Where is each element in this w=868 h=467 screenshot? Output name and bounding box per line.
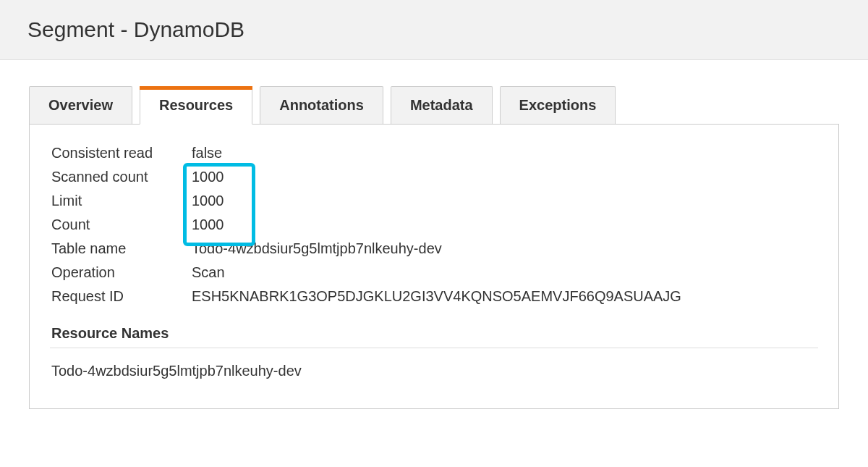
- label-count: Count: [50, 216, 186, 233]
- tab-annotations[interactable]: Annotations: [260, 86, 383, 124]
- tab-overview[interactable]: Overview: [29, 86, 132, 124]
- row-limit: Limit 1000: [50, 193, 818, 209]
- row-consistent-read: Consistent read false: [50, 145, 818, 161]
- row-request-id: Request ID ESH5KNABRK1G3OP5DJGKLU2GI3VV4…: [50, 288, 818, 305]
- page-title: Segment - DynamoDB: [27, 17, 841, 42]
- value-request-id: ESH5KNABRK1G3OP5DJGKLU2GI3VV4KQNSO5AEMVJ…: [186, 288, 681, 305]
- value-table-name: Todo-4wzbdsiur5g5lmtjpb7nlkeuhy-dev: [186, 240, 442, 257]
- resource-name-value: Todo-4wzbdsiur5g5lmtjpb7nlkeuhy-dev: [50, 363, 818, 379]
- label-scanned-count: Scanned count: [50, 169, 186, 185]
- content-area: Overview Resources Annotations Metadata …: [0, 60, 868, 424]
- value-consistent-read: false: [186, 145, 222, 161]
- tab-panel-resources: Consistent read false Scanned count 1000…: [29, 124, 839, 409]
- row-table-name: Table name Todo-4wzbdsiur5g5lmtjpb7nlkeu…: [50, 240, 818, 257]
- row-count: Count 1000: [50, 216, 818, 233]
- label-limit: Limit: [50, 193, 186, 209]
- tabs-container: Overview Resources Annotations Metadata …: [29, 86, 839, 124]
- tab-exceptions[interactable]: Exceptions: [500, 86, 616, 124]
- section-title-resource-names: Resource Names: [50, 325, 818, 342]
- header-bar: Segment - DynamoDB: [0, 0, 868, 60]
- value-count: 1000: [186, 216, 224, 233]
- value-scanned-count: 1000: [186, 169, 224, 185]
- label-table-name: Table name: [50, 240, 186, 257]
- section-divider: [50, 348, 818, 348]
- value-operation: Scan: [186, 264, 225, 281]
- label-operation: Operation: [50, 264, 186, 281]
- row-scanned-count: Scanned count 1000: [50, 169, 818, 185]
- value-limit: 1000: [186, 193, 224, 209]
- tab-metadata[interactable]: Metadata: [391, 86, 493, 124]
- label-request-id: Request ID: [50, 288, 186, 305]
- label-consistent-read: Consistent read: [50, 145, 186, 161]
- tab-resources[interactable]: Resources: [140, 86, 252, 125]
- row-operation: Operation Scan: [50, 264, 818, 281]
